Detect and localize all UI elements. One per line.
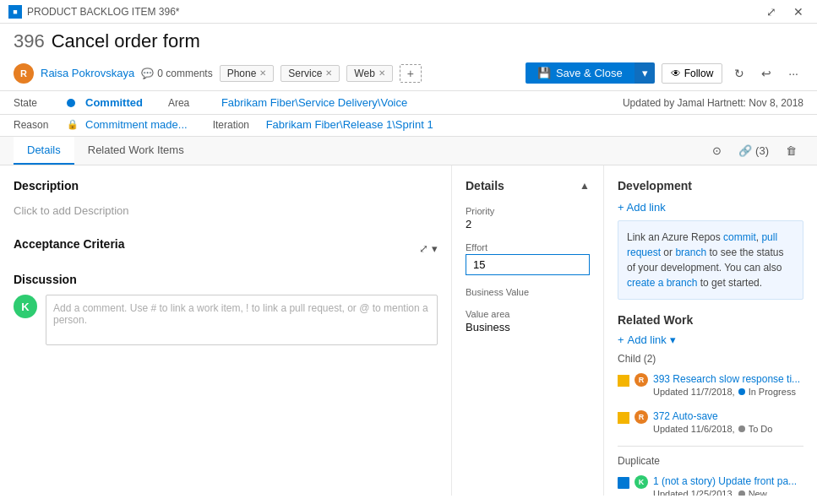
header: 396 Cancel order form R Raisa Pokrovskay… bbox=[0, 24, 817, 91]
save-close-label: Save & Close bbox=[556, 67, 623, 79]
tab-actions: ⊙ 🔗 (3) 🗑 bbox=[705, 141, 803, 160]
user-avatar: K bbox=[14, 295, 37, 318]
add-tag-button[interactable]: + bbox=[400, 64, 422, 83]
child-header: Child (2) bbox=[618, 353, 803, 365]
status-dot-1 bbox=[738, 490, 745, 496]
save-close-dropdown-button[interactable]: ▾ bbox=[635, 62, 655, 84]
acceptance-criteria-section: Acceptance Criteria ⤢ ▾ bbox=[14, 237, 438, 259]
comments-label: 0 comments bbox=[157, 68, 212, 79]
discussion-section: Discussion K Add a comment. Use # to lin… bbox=[14, 273, 438, 345]
save-close-group: 💾 Save & Close ▾ bbox=[526, 62, 655, 84]
expand-ac-button[interactable]: ⤢ bbox=[419, 242, 428, 255]
comments-button[interactable]: 💬 0 comments bbox=[141, 68, 212, 79]
acceptance-criteria-header: Acceptance Criteria ⤢ ▾ bbox=[14, 237, 438, 259]
collapse-ac-button[interactable]: ▾ bbox=[432, 242, 438, 255]
work-item-372: R 372 Auto-save Updated 11/6/2018, To Do bbox=[618, 407, 803, 437]
state-value[interactable]: Committed bbox=[85, 96, 143, 109]
priority-value[interactable]: 2 bbox=[466, 218, 590, 230]
tab-details[interactable]: Details bbox=[14, 137, 74, 165]
undo-button[interactable]: ↩ bbox=[756, 63, 776, 84]
related-add-link-row[interactable]: + Add link ▾ bbox=[618, 333, 803, 346]
updated-text: Updated by Jamal Hartnett: Nov 8, 2018 bbox=[623, 97, 803, 109]
title-bar-left: ■ PRODUCT BACKLOG ITEM 396* bbox=[8, 5, 180, 19]
reason-value[interactable]: Commitment made... bbox=[85, 118, 188, 131]
value-area-field: Value area Business bbox=[466, 309, 590, 333]
related-work-title: Related Work bbox=[618, 313, 803, 327]
follow-label: Follow bbox=[684, 68, 714, 79]
iteration-field: Iteration Fabrikam Fiber\Release 1\Sprin… bbox=[213, 118, 433, 131]
tag-web[interactable]: Web ✕ bbox=[346, 65, 392, 82]
links-button[interactable]: 🔗 (3) bbox=[732, 141, 776, 160]
state-row: State Committed Area Fabrikam Fiber\Serv… bbox=[0, 91, 817, 115]
details-collapse-button[interactable]: ▲ bbox=[580, 180, 590, 192]
dev-info-box: Link an Azure Repos commit, pull request… bbox=[618, 220, 803, 300]
restore-button[interactable]: ⤢ bbox=[761, 3, 782, 20]
iteration-value[interactable]: Fabrikam Fiber\Release 1\Sprint 1 bbox=[266, 118, 433, 131]
avatar: R bbox=[14, 63, 34, 84]
follow-button[interactable]: 👁 Follow bbox=[662, 63, 723, 84]
reason-row: Reason 🔒 Commitment made... Iteration Fa… bbox=[0, 115, 817, 137]
wi-title-1[interactable]: 1 (not a story) Update front pa... bbox=[653, 475, 803, 487]
links-icon: 🔗 bbox=[738, 144, 752, 157]
create-branch-link[interactable]: create a branch bbox=[627, 277, 697, 289]
trash-button[interactable]: 🗑 bbox=[779, 141, 803, 160]
effort-label: Effort bbox=[466, 242, 590, 252]
tag-phone[interactable]: Phone ✕ bbox=[220, 65, 275, 82]
title-bar-text: PRODUCT BACKLOG ITEM 396* bbox=[27, 6, 180, 18]
work-item-1: K 1 (not a story) Update front pa... Upd… bbox=[618, 472, 803, 496]
reason-field: Reason 🔒 Commitment made... bbox=[14, 118, 188, 131]
close-button[interactable]: ✕ bbox=[788, 3, 809, 20]
wi-meta-372: Updated 11/6/2018, To Do bbox=[653, 424, 803, 434]
dev-add-link-button[interactable]: + Add link bbox=[618, 201, 666, 214]
business-value-field: Business Value bbox=[466, 287, 590, 297]
branch-link[interactable]: branch bbox=[675, 247, 706, 258]
task-icon-393 bbox=[618, 375, 629, 387]
work-item-393: R 393 Research slow response ti... Updat… bbox=[618, 370, 803, 400]
avatar-393: R bbox=[635, 373, 648, 387]
links-count: (3) bbox=[755, 144, 769, 157]
description-section: Description Click to add Description bbox=[14, 179, 438, 220]
title-bar-actions: ⤢ ✕ bbox=[761, 3, 809, 20]
status-dot-372 bbox=[738, 425, 745, 432]
comment-input[interactable]: Add a comment. Use # to link a work item… bbox=[46, 295, 438, 345]
details-title: Details bbox=[466, 179, 504, 192]
tag-phone-close[interactable]: ✕ bbox=[259, 68, 266, 78]
state-label: State bbox=[14, 97, 60, 109]
item-name[interactable]: Cancel order form bbox=[52, 30, 200, 52]
description-title: Description bbox=[14, 179, 438, 192]
tag-web-close[interactable]: ✕ bbox=[379, 68, 385, 78]
plus-icon: + bbox=[618, 333, 624, 346]
item-number: 396 bbox=[14, 30, 45, 52]
reason-label: Reason bbox=[14, 119, 60, 131]
avatar-1: K bbox=[635, 475, 648, 489]
details-header: Details ▲ bbox=[466, 179, 590, 192]
value-area-value[interactable]: Business bbox=[466, 321, 590, 333]
tag-service-label: Service bbox=[288, 68, 322, 79]
priority-field: Priority 2 bbox=[466, 206, 590, 230]
description-placeholder[interactable]: Click to add Description bbox=[14, 201, 438, 220]
item-title-row: 396 Cancel order form bbox=[14, 30, 803, 52]
more-button[interactable]: ··· bbox=[783, 63, 803, 84]
tag-service[interactable]: Service ✕ bbox=[281, 65, 340, 82]
app-icon: ■ bbox=[8, 5, 22, 19]
wi-title-393[interactable]: 393 Research slow response ti... bbox=[653, 373, 803, 385]
author-name[interactable]: Raisa Pokrovskaya bbox=[41, 67, 134, 79]
tag-phone-label: Phone bbox=[227, 68, 257, 79]
history-button[interactable]: ⊙ bbox=[705, 141, 728, 160]
save-close-button[interactable]: 💾 Save & Close bbox=[526, 62, 635, 84]
effort-input[interactable] bbox=[466, 254, 590, 275]
wi-title-372[interactable]: 372 Auto-save bbox=[653, 410, 803, 422]
status-label-1: New bbox=[749, 489, 767, 496]
tag-service-close[interactable]: ✕ bbox=[325, 68, 332, 78]
state-field: State Committed bbox=[14, 96, 143, 109]
wi-info-393: 393 Research slow response ti... Updated… bbox=[653, 373, 803, 397]
state-dot bbox=[67, 99, 75, 107]
middle-panel: Details ▲ Priority 2 Effort Business Val… bbox=[452, 165, 604, 496]
area-value[interactable]: Fabrikam Fiber\Service Delivery\Voice bbox=[221, 96, 407, 109]
refresh-button[interactable]: ↻ bbox=[729, 63, 749, 84]
commit-link[interactable]: commit bbox=[723, 231, 756, 243]
discussion-title: Discussion bbox=[14, 273, 438, 286]
lock-icon: 🔒 bbox=[67, 119, 79, 130]
tab-related-work-items[interactable]: Related Work Items bbox=[74, 137, 198, 165]
title-bar: ■ PRODUCT BACKLOG ITEM 396* ⤢ ✕ bbox=[0, 0, 817, 24]
